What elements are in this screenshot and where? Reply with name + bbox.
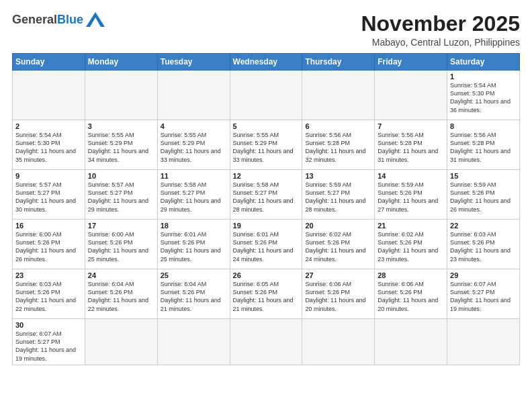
day-info: Sunrise: 5:55 AM Sunset: 5:29 PM Dayligh… (88, 131, 154, 164)
day-cell: 17Sunrise: 6:00 AM Sunset: 5:26 PM Dayli… (85, 220, 157, 269)
day-cell: 16Sunrise: 6:00 AM Sunset: 5:26 PM Dayli… (13, 220, 85, 269)
week-row-1: 2Sunrise: 5:54 AM Sunset: 5:30 PM Daylig… (13, 120, 520, 170)
day-cell: 19Sunrise: 6:01 AM Sunset: 5:26 PM Dayli… (230, 220, 302, 269)
day-cell (85, 319, 157, 365)
day-info: Sunrise: 6:04 AM Sunset: 5:26 PM Dayligh… (88, 280, 154, 313)
day-info: Sunrise: 5:56 AM Sunset: 5:28 PM Dayligh… (378, 131, 444, 164)
day-cell (302, 319, 375, 365)
page: General Blue November 2025 Mabayo, Centr… (0, 0, 532, 372)
day-number: 3 (88, 122, 154, 130)
day-cell (230, 319, 302, 365)
logo-general: General (12, 13, 57, 27)
day-info: Sunrise: 5:59 AM Sunset: 5:26 PM Dayligh… (450, 181, 517, 214)
col-header-tuesday: Tuesday (157, 54, 230, 71)
day-number: 8 (450, 122, 517, 130)
day-cell: 26Sunrise: 6:05 AM Sunset: 5:26 PM Dayli… (230, 269, 302, 319)
day-info: Sunrise: 5:59 AM Sunset: 5:26 PM Dayligh… (378, 181, 444, 214)
day-cell: 29Sunrise: 6:07 AM Sunset: 5:27 PM Dayli… (447, 269, 520, 319)
day-cell (302, 71, 375, 120)
day-info: Sunrise: 6:02 AM Sunset: 5:26 PM Dayligh… (378, 230, 444, 263)
day-number: 4 (161, 122, 227, 130)
day-number: 26 (233, 271, 300, 279)
col-header-saturday: Saturday (447, 54, 520, 71)
day-info: Sunrise: 5:55 AM Sunset: 5:29 PM Dayligh… (233, 131, 300, 164)
logo-text: General Blue (12, 12, 105, 27)
day-info: Sunrise: 6:00 AM Sunset: 5:26 PM Dayligh… (88, 230, 154, 263)
day-number: 10 (88, 172, 154, 180)
day-info: Sunrise: 5:56 AM Sunset: 5:28 PM Dayligh… (305, 131, 371, 164)
col-header-friday: Friday (375, 54, 447, 71)
day-number: 27 (305, 271, 371, 279)
day-info: Sunrise: 5:57 AM Sunset: 5:27 PM Dayligh… (15, 181, 82, 214)
day-number: 13 (305, 172, 371, 180)
day-number: 28 (378, 271, 444, 279)
day-info: Sunrise: 6:07 AM Sunset: 5:27 PM Dayligh… (15, 330, 82, 363)
week-row-4: 23Sunrise: 6:03 AM Sunset: 5:26 PM Dayli… (13, 269, 520, 319)
day-cell: 13Sunrise: 5:59 AM Sunset: 5:27 PM Dayli… (302, 170, 375, 220)
day-number: 17 (88, 222, 154, 230)
day-cell: 21Sunrise: 6:02 AM Sunset: 5:26 PM Dayli… (375, 220, 447, 269)
day-info: Sunrise: 5:56 AM Sunset: 5:28 PM Dayligh… (450, 131, 517, 164)
day-number: 11 (161, 172, 227, 180)
day-number: 25 (161, 271, 227, 279)
day-number: 2 (15, 122, 82, 130)
day-cell: 3Sunrise: 5:55 AM Sunset: 5:29 PM Daylig… (85, 120, 157, 170)
day-cell: 5Sunrise: 5:55 AM Sunset: 5:29 PM Daylig… (230, 120, 302, 170)
logo-blue: Blue (57, 13, 83, 27)
day-number: 24 (88, 271, 154, 279)
col-header-monday: Monday (85, 54, 157, 71)
logo: General Blue (12, 12, 105, 27)
month-title: November 2025 (361, 12, 520, 36)
week-row-0: 1Sunrise: 5:54 AM Sunset: 5:30 PM Daylig… (13, 71, 520, 120)
day-cell: 11Sunrise: 5:58 AM Sunset: 5:27 PM Dayli… (157, 170, 230, 220)
day-cell: 22Sunrise: 6:03 AM Sunset: 5:26 PM Dayli… (447, 220, 520, 269)
day-info: Sunrise: 6:06 AM Sunset: 5:26 PM Dayligh… (378, 280, 444, 313)
day-cell (85, 71, 157, 120)
day-cell: 6Sunrise: 5:56 AM Sunset: 5:28 PM Daylig… (302, 120, 375, 170)
day-number: 19 (233, 222, 300, 230)
day-number: 18 (161, 222, 227, 230)
day-cell (13, 71, 85, 120)
day-cell: 10Sunrise: 5:57 AM Sunset: 5:27 PM Dayli… (85, 170, 157, 220)
day-cell: 4Sunrise: 5:55 AM Sunset: 5:29 PM Daylig… (157, 120, 230, 170)
day-number: 1 (450, 73, 517, 81)
day-info: Sunrise: 5:58 AM Sunset: 5:27 PM Dayligh… (161, 181, 227, 214)
day-number: 22 (450, 222, 517, 230)
day-info: Sunrise: 6:00 AM Sunset: 5:26 PM Dayligh… (15, 230, 82, 263)
day-cell: 14Sunrise: 5:59 AM Sunset: 5:26 PM Dayli… (375, 170, 447, 220)
day-info: Sunrise: 6:02 AM Sunset: 5:26 PM Dayligh… (305, 230, 371, 263)
day-info: Sunrise: 5:57 AM Sunset: 5:27 PM Dayligh… (88, 181, 154, 214)
header: General Blue November 2025 Mabayo, Centr… (12, 12, 520, 48)
day-info: Sunrise: 5:58 AM Sunset: 5:27 PM Dayligh… (233, 181, 300, 214)
day-number: 15 (450, 172, 517, 180)
day-number: 29 (450, 271, 517, 279)
week-row-5: 30Sunrise: 6:07 AM Sunset: 5:27 PM Dayli… (13, 319, 520, 365)
day-cell: 1Sunrise: 5:54 AM Sunset: 5:30 PM Daylig… (447, 71, 520, 120)
day-cell (447, 319, 520, 365)
day-cell (157, 319, 230, 365)
day-number: 23 (15, 271, 82, 279)
day-cell: 24Sunrise: 6:04 AM Sunset: 5:26 PM Dayli… (85, 269, 157, 319)
day-info: Sunrise: 5:54 AM Sunset: 5:30 PM Dayligh… (15, 131, 82, 164)
location: Mabayo, Central Luzon, Philippines (361, 37, 520, 48)
day-info: Sunrise: 5:59 AM Sunset: 5:27 PM Dayligh… (305, 181, 371, 214)
day-cell: 2Sunrise: 5:54 AM Sunset: 5:30 PM Daylig… (13, 120, 85, 170)
day-cell: 18Sunrise: 6:01 AM Sunset: 5:26 PM Dayli… (157, 220, 230, 269)
calendar: SundayMondayTuesdayWednesdayThursdayFrid… (12, 53, 520, 365)
col-header-wednesday: Wednesday (230, 54, 302, 71)
calendar-header-row: SundayMondayTuesdayWednesdayThursdayFrid… (13, 54, 520, 71)
day-cell: 7Sunrise: 5:56 AM Sunset: 5:28 PM Daylig… (375, 120, 447, 170)
col-header-sunday: Sunday (13, 54, 85, 71)
day-number: 20 (305, 222, 371, 230)
day-number: 21 (378, 222, 444, 230)
day-cell: 28Sunrise: 6:06 AM Sunset: 5:26 PM Dayli… (375, 269, 447, 319)
day-cell (375, 319, 447, 365)
day-info: Sunrise: 6:01 AM Sunset: 5:26 PM Dayligh… (161, 230, 227, 263)
day-cell: 20Sunrise: 6:02 AM Sunset: 5:26 PM Dayli… (302, 220, 375, 269)
day-cell: 25Sunrise: 6:04 AM Sunset: 5:26 PM Dayli… (157, 269, 230, 319)
day-number: 30 (15, 321, 82, 329)
day-cell: 15Sunrise: 5:59 AM Sunset: 5:26 PM Dayli… (447, 170, 520, 220)
week-row-3: 16Sunrise: 6:00 AM Sunset: 5:26 PM Dayli… (13, 220, 520, 269)
day-cell (375, 71, 447, 120)
logo-icon (86, 12, 105, 27)
